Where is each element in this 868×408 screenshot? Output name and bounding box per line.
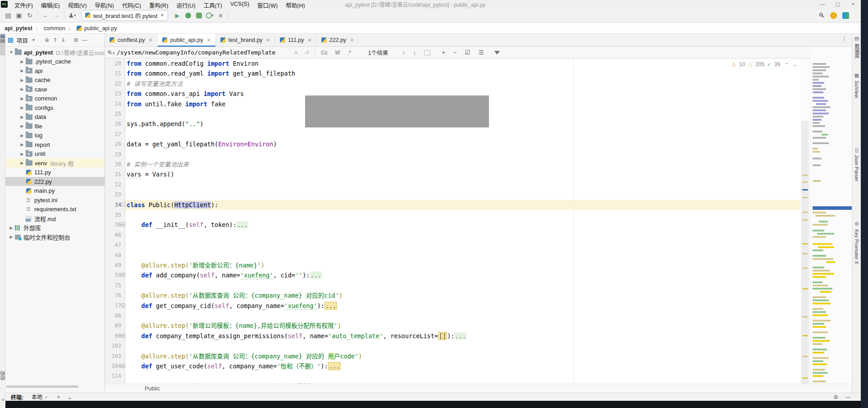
tree-item-api_pytest[interactable]: ▼api_pytestD:\雪峰\坚果云\cod	[5, 48, 105, 57]
code-line-33[interactable]: 33	[105, 190, 800, 199]
select-all-occurrences-icon[interactable]	[424, 50, 430, 55]
line-number[interactable]: 30	[105, 159, 121, 169]
code-line-32[interactable]: 32	[105, 180, 800, 190]
line-number[interactable]: 114	[105, 371, 121, 381]
breadcrumb-class-name[interactable]: Public	[145, 385, 160, 392]
stop-button[interactable]: ■	[215, 10, 226, 20]
tab-options-icon[interactable]: ⋮	[837, 34, 852, 46]
add-occurrence-icon[interactable]: +	[442, 49, 445, 56]
tool-window-button-数据库[interactable]: ▤数据库	[852, 36, 861, 59]
line-number[interactable]: 24	[105, 99, 121, 109]
minimize-button[interactable]: —	[815, 0, 830, 9]
tree-item-外部库[interactable]: ▶外部库	[5, 223, 105, 232]
previous-problem-icon[interactable]: ⌃	[785, 62, 788, 67]
save-icon[interactable]: ▣	[14, 10, 24, 20]
error-stripe-mark[interactable]	[802, 335, 808, 336]
terminal-output[interactable]: [notice] To update, run: python.exe -m p…	[5, 401, 861, 408]
error-stripe-mark[interactable]	[802, 377, 808, 379]
breadcrumb-item[interactable]: common	[44, 25, 65, 32]
line-number[interactable]: 88	[105, 311, 121, 321]
expand-all-icon[interactable]: ⇑	[53, 37, 57, 43]
code-line-46[interactable]: 46	[105, 230, 800, 240]
error-stripe-mark[interactable]	[802, 267, 808, 269]
tool-window-button-json-parser[interactable]: {}Json Parser	[852, 147, 861, 181]
hide-panel-icon[interactable]: —	[82, 37, 87, 43]
menu-item[interactable]: VCS(S)	[226, 0, 253, 9]
line-number[interactable]: 29	[105, 150, 121, 159]
code-line-47[interactable]: 47	[105, 240, 800, 250]
tree-item-111.py[interactable]: 111.py	[5, 168, 105, 177]
code-line-102[interactable]: 102	[105, 341, 800, 351]
new-terminal-icon[interactable]: +	[57, 394, 60, 400]
error-stripe[interactable]	[800, 59, 810, 384]
code-line-88[interactable]: 88	[105, 311, 800, 321]
project-view-selector[interactable]: 项目	[17, 36, 28, 45]
line-number[interactable]: 27	[105, 129, 121, 139]
line-number[interactable]: 76	[105, 290, 121, 300]
chevron-icon[interactable]: ▶	[20, 96, 24, 101]
gear-icon[interactable]: ⚙	[73, 37, 78, 43]
chevron-icon[interactable]: ▶	[20, 105, 24, 110]
line-number[interactable]: 31	[105, 169, 121, 179]
chevron-icon[interactable]: ▼	[9, 50, 14, 54]
code-line-28[interactable]: 28data = get_yaml_filepath(Environ=Envir…	[105, 139, 800, 149]
line-number[interactable]: 47	[105, 240, 121, 250]
line-number[interactable]: 23	[105, 89, 121, 99]
locate-file-icon[interactable]: ⊕	[45, 37, 49, 43]
code-editor[interactable]: 20from common.readCofig import Environ21…	[105, 59, 800, 384]
terminal-settings-icon[interactable]: ⚙	[833, 394, 838, 400]
tree-item-api[interactable]: ▶api	[5, 66, 105, 75]
tree-item-.pytest_cache[interactable]: ▶.pytest_cache	[5, 57, 105, 66]
menu-item[interactable]: 帮助(H)	[282, 0, 309, 9]
chevron-icon[interactable]: ▶	[20, 59, 24, 64]
back-icon[interactable]: ←	[40, 10, 51, 20]
fold-expand-icon[interactable]: +	[121, 222, 125, 227]
line-number[interactable]: 32	[105, 180, 121, 190]
run-configuration-select[interactable]: test_brand.test1 的 pytest ▼	[81, 10, 168, 21]
editor-tab-222.py[interactable]: 222.py✕	[317, 34, 359, 46]
error-stripe-mark[interactable]	[802, 175, 808, 176]
code-line-31[interactable]: 31vars = Vars()	[105, 169, 800, 179]
chevron-icon[interactable]: ▶	[9, 226, 14, 230]
line-number[interactable]: 49	[105, 260, 121, 270]
tree-item-main.py[interactable]: main.py	[5, 186, 105, 195]
menu-item[interactable]: 文件(F)	[10, 0, 37, 9]
tree-item-until[interactable]: ▶until	[5, 150, 105, 159]
fold-expand-icon[interactable]: +	[121, 273, 125, 277]
code-line-50[interactable]: 50+ def add_company(self, name='xuefeng'…	[105, 270, 800, 280]
remove-occurrence-icon[interactable]: −	[453, 49, 457, 56]
chevron-icon[interactable]: ▶	[9, 235, 14, 239]
search-history-icon[interactable]: ↺	[305, 50, 309, 56]
code-line-114[interactable]: 114	[105, 371, 800, 381]
regex-toggle[interactable]: .*	[347, 50, 351, 56]
filter-funnel-icon[interactable]	[494, 51, 500, 54]
search-everywhere-icon[interactable]: 🔍︎	[818, 12, 825, 19]
chevron-icon[interactable]: ▶	[20, 152, 24, 156]
terminal-minimize-icon[interactable]: —	[845, 394, 851, 400]
line-number[interactable]: 21	[105, 68, 121, 78]
user-icon[interactable]: ♟▾	[67, 10, 78, 20]
code-line-29[interactable]: 29	[105, 150, 800, 159]
fold-expand-icon[interactable]: +	[121, 334, 125, 338]
error-stripe-mark[interactable]	[802, 243, 808, 245]
collapse-all-icon[interactable]: ⇓	[61, 37, 65, 43]
breadcrumb-item[interactable]: api_pytest	[5, 25, 32, 32]
error-stripe-mark[interactable]	[802, 253, 808, 254]
line-number[interactable]: 103	[105, 351, 121, 361]
code-line-34[interactable]: 34−class Public(HttpClient):	[105, 200, 800, 210]
line-number[interactable]: 28	[105, 139, 121, 149]
tree-item-cache[interactable]: ▶cache	[5, 76, 105, 85]
line-number[interactable]: 104	[105, 361, 121, 371]
menu-item[interactable]: 重构(R)	[145, 0, 172, 9]
line-number[interactable]: 22	[105, 79, 121, 89]
search-icon[interactable]: 🔍︎▾	[105, 50, 117, 56]
code-line-21[interactable]: 21from common.read_yaml import get_yaml_…	[105, 68, 800, 78]
tree-item-requirements.txt[interactable]: ☰requirements.txt	[5, 205, 105, 214]
tree-item-pytest.ini[interactable]: ☰pytest.ini	[5, 195, 105, 204]
folder-stripe-icon[interactable]	[0, 39, 5, 43]
tree-item-流程.md[interactable]: 流程.md	[5, 214, 105, 223]
run-button[interactable]: ▶	[172, 10, 183, 20]
sync-icon[interactable]: ↻	[24, 10, 35, 20]
error-stripe-mark[interactable]	[802, 316, 808, 317]
terminal-tab-local[interactable]: 本地✕	[30, 393, 50, 401]
